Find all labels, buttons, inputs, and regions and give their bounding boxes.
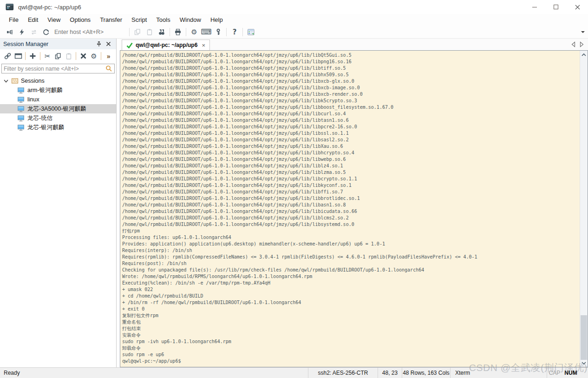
maximize-button[interactable]: [545, 0, 567, 14]
key-icon[interactable]: [212, 27, 224, 38]
session-item[interactable]: 龙芯-统信: [0, 113, 116, 123]
help-icon[interactable]: ?: [229, 27, 241, 38]
terminal-line: + umask 022: [122, 286, 580, 293]
terminal-line: qwl@qwl-pc:~/app/up6$: [122, 358, 580, 365]
terminal-line: Processing files: up6-1.0-1.loongarch64: [122, 234, 580, 241]
search-icon: [105, 65, 112, 72]
main-toolbar: ⚙ ⌨ ?: [0, 26, 588, 39]
session-item[interactable]: 龙芯-银河麒麟: [0, 123, 116, 132]
monitor-icon: [17, 115, 25, 122]
session-label: 龙芯-银河麒麟: [27, 124, 64, 132]
terminal-line: Requires(rpmlib): rpmlib(CompressedFileN…: [122, 254, 580, 260]
terminal-line: /home/qwl/rpmbuild/BUILDROOT/up6-1.0-1.l…: [122, 195, 580, 202]
session-manager-title: Session Manager: [3, 41, 94, 47]
keyboard-icon[interactable]: ⌨: [200, 27, 212, 38]
host-address-input[interactable]: [52, 27, 127, 37]
close-panel-icon[interactable]: [104, 40, 113, 49]
terminal-line: /home/qwl/rpmbuild/BUILDROOT/up6-1.0-1.l…: [122, 163, 580, 169]
close-button[interactable]: [567, 0, 588, 14]
menu-item[interactable]: Transfer: [95, 15, 127, 25]
session-properties-icon[interactable]: ⚙: [89, 51, 99, 61]
menu-item[interactable]: View: [43, 15, 65, 25]
terminal-line: /home/qwl/rpmbuild/BUILDROOT/up6-1.0-1.l…: [122, 156, 580, 163]
menu-item[interactable]: Options: [65, 15, 95, 25]
new-session-icon[interactable]: [4, 27, 16, 38]
app-icon: [6, 3, 14, 11]
session-item[interactable]: 龙芯-3A5000-银河麒麟: [0, 104, 116, 113]
toolbar-separator: [170, 28, 170, 36]
menu-bar: FileEditViewOptionsTransferScriptToolsWi…: [0, 14, 588, 26]
session-tree: Sessions arm-银河麒麟: [0, 76, 116, 132]
terminal-line: + /bin/rm -rf /home/qwl/rpmbuild/BUILDRO…: [122, 299, 580, 306]
pin-panel-icon[interactable]: [94, 40, 104, 49]
session-item[interactable]: linux: [0, 95, 116, 104]
session-label: linux: [27, 96, 39, 103]
toolbar-separator: [226, 28, 227, 36]
find-icon[interactable]: [156, 27, 168, 38]
tab-close-icon[interactable]: ×: [202, 42, 205, 49]
copy-session-icon[interactable]: [53, 51, 64, 61]
terminal-line: /home/qwl/rpmbuild/BUILDROOT/up6-1.0-1.l…: [122, 176, 580, 182]
minimize-button[interactable]: [524, 0, 545, 14]
terminal-line: /home/qwl/rpmbuild/BUILDROOT/up6-1.0-1.l…: [122, 143, 580, 150]
menu-item[interactable]: File: [4, 15, 23, 25]
new-window-icon[interactable]: [13, 51, 24, 61]
properties-gear-icon[interactable]: ⚙: [188, 27, 200, 38]
terminal-output[interactable]: /home/qwl/rpmbuild/BUILDROOT/up6-1.0-1.l…: [120, 51, 580, 367]
panel-toolbar-separator: [40, 52, 40, 60]
terminal-line: 卸载命令: [122, 345, 580, 351]
disconnect-icon[interactable]: [40, 27, 52, 38]
session-list: arm-银河麒麟 linux: [0, 86, 116, 132]
more-actions-icon[interactable]: »: [103, 51, 114, 61]
terminal-scrollbar[interactable]: [580, 51, 588, 367]
paste-session-icon[interactable]: [63, 51, 74, 61]
status-num-indicator: NUM: [562, 368, 580, 378]
new-session-icon[interactable]: [27, 51, 38, 61]
scroll-down-icon[interactable]: [580, 359, 588, 367]
panel-toolbar-separator: [101, 52, 101, 60]
terminal-line: /home/qwl/rpmbuild/BUILDROOT/up6-1.0-1.l…: [122, 85, 580, 91]
sessions-folder-icon: [11, 78, 19, 84]
print-icon[interactable]: [172, 27, 184, 38]
menu-item[interactable]: Script: [127, 15, 151, 25]
menu-item[interactable]: Help: [206, 15, 228, 25]
terminal-line: Requires(interp): /bin/sh: [122, 247, 580, 254]
terminal-tab[interactable]: qwl@qwl-pc: ~/app/up6 ×: [122, 40, 210, 50]
connect-session-icon[interactable]: [2, 51, 13, 61]
menu-item[interactable]: Edit: [23, 15, 43, 25]
paste-icon[interactable]: [144, 27, 156, 38]
panel-splitter[interactable]: [117, 39, 120, 367]
scrollbar-thumb[interactable]: [581, 315, 587, 360]
session-filter-box: [1, 64, 115, 73]
status-cursor-position: 48, 23: [378, 368, 402, 378]
terminal-line: /home/qwl/rpmbuild/BUILDROOT/up6-1.0-1.l…: [122, 111, 580, 117]
terminal-wrap: /home/qwl/rpmbuild/BUILDROOT/up6-1.0-1.l…: [120, 50, 588, 367]
terminal-line: 安装命令: [122, 332, 580, 338]
toolbar-separator: [242, 28, 243, 36]
delete-session-icon[interactable]: [78, 51, 89, 61]
toolbar-overflow-icon[interactable]: [581, 31, 585, 33]
session-tree-root[interactable]: Sessions: [0, 76, 116, 86]
cut-icon[interactable]: ✂: [42, 51, 53, 61]
session-label: 龙芯-3A5000-银河麒麟: [27, 105, 86, 113]
tab-scroll-right-icon[interactable]: [580, 41, 584, 47]
terminal-line: /home/qwl/rpmbuild/BUILDROOT/up6-1.0-1.l…: [122, 189, 580, 195]
tab-navigation: [571, 41, 584, 47]
terminal-line: /home/qwl/rpmbuild/BUILDROOT/up6-1.0-1.l…: [122, 150, 580, 156]
tab-scroll-left-icon[interactable]: [571, 41, 575, 47]
terminal-line: /home/qwl/rpmbuild/BUILDROOT/up6-1.0-1.l…: [122, 98, 580, 104]
menu-item[interactable]: Window: [175, 15, 206, 25]
terminal-line: 复制打包文件rpm: [122, 312, 580, 319]
session-filter-input[interactable]: [4, 66, 105, 72]
title-bar: qwl@qwl-pc: ~/app/up6: [0, 0, 588, 14]
sessions-dialog-icon[interactable]: [245, 27, 257, 38]
scroll-up-icon[interactable]: [580, 51, 588, 59]
terminal-line: Checking for unpackaged file(s): /usr/li…: [122, 267, 580, 273]
reconnect-icon[interactable]: [28, 27, 40, 38]
session-item[interactable]: arm-银河麒麟: [0, 86, 116, 95]
session-filter-row: [0, 63, 116, 75]
menu-item[interactable]: Tools: [151, 15, 175, 25]
quick-connect-icon[interactable]: [16, 27, 28, 38]
copy-icon[interactable]: [131, 27, 144, 38]
terminal-line: /home/qwl/rpmbuild/BUILDROOT/up6-1.0-1.l…: [122, 182, 580, 189]
